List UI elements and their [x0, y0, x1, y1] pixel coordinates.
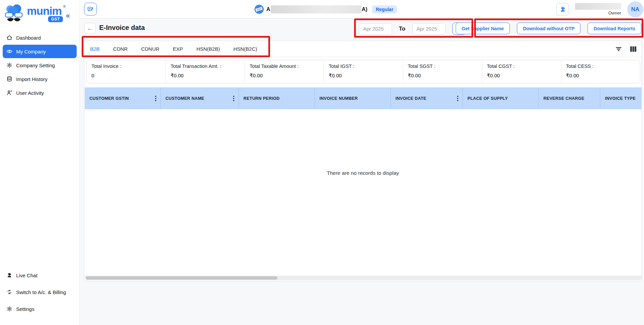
summary-total-igst: Total IGST : ₹0.00: [324, 60, 403, 83]
company-name: A A): [266, 5, 367, 13]
avatar[interactable]: NA: [627, 1, 643, 17]
gst-type-badge: Regular: [372, 5, 397, 13]
sidebar-item-import-history[interactable]: Import History: [3, 72, 77, 86]
column-customer-name[interactable]: CUSTOMER NAME: [161, 87, 239, 109]
gst-product-badge: GST: [48, 16, 63, 22]
column-invoice-date[interactable]: INVOICE DATE: [391, 87, 463, 109]
tab-hsn-b2c[interactable]: HSN(B2C): [233, 41, 257, 57]
summary-total-sgst: Total SGST : ₹0.00: [403, 60, 482, 83]
sidebar-item-label: My Company: [16, 49, 46, 54]
swap-icon: [6, 289, 12, 295]
gear-icon: [6, 306, 12, 312]
redacted-company-name: [271, 5, 362, 13]
summary-total-cgst: Total CGST : ₹0.00: [482, 60, 561, 83]
get-supplier-name-button[interactable]: Get Supplier Name: [456, 23, 510, 34]
sidebar-item-switch-billing[interactable]: Switch to A/c. & Billing: [3, 285, 77, 299]
support-agent-icon: [559, 6, 566, 13]
brand-logo: munim ® GST «: [0, 0, 79, 26]
filter-icon[interactable]: [615, 46, 622, 52]
sidebar-collapse-icon[interactable]: «: [66, 12, 70, 19]
feedback-chat-button[interactable]: [84, 3, 97, 15]
topbar: GST A A) Regular Owner NA: [80, 0, 644, 18]
column-place-of-supply[interactable]: PLACE OF SUPPLY: [463, 87, 539, 109]
tab-cdnr[interactable]: CDNR: [113, 41, 127, 57]
user-info: Owner: [575, 3, 621, 15]
munim-cloud-mascot-icon: [3, 3, 26, 24]
download-reports-button[interactable]: Download Reports: [588, 23, 641, 34]
summary-total-cess: Total CESS : ₹0.00: [561, 60, 640, 83]
tab-b2b[interactable]: B2B: [90, 41, 100, 57]
tabs: B2B CDNR CDNUR EXP HSN(B2B) HSN(B2C): [84, 41, 257, 57]
headset-icon: [6, 272, 12, 279]
date-from-input[interactable]: Apr 2025: [359, 23, 392, 35]
action-buttons: Get Supplier Name Download without OTP D…: [456, 23, 641, 34]
column-menu-icon[interactable]: [155, 95, 156, 101]
tab-cdnur[interactable]: CDNUR: [141, 41, 159, 57]
main-content: ← E-Invoice data Apr 2025 To Apr 2025 Ge…: [80, 18, 644, 325]
summary-total-transaction: Total Transaction Amt. : ₹0.00: [166, 60, 245, 83]
sidebar-item-label: Company Setting: [16, 63, 55, 68]
column-return-period[interactable]: RETURN PERIOD: [239, 87, 315, 109]
columns-icon[interactable]: [630, 46, 637, 52]
gear-icon: [6, 62, 12, 69]
topbar-right: Owner NA: [556, 0, 643, 18]
column-menu-icon[interactable]: [457, 95, 458, 101]
summary-total-invoice: Total Invoice : 0: [87, 60, 166, 83]
database-icon: [6, 76, 12, 82]
table-header-row: CUSTOMER GSTIN CUSTOMER NAME RETURN PERI…: [85, 87, 642, 109]
tab-bar: B2B CDNR CDNUR EXP HSN(B2B) HSN(B2C): [84, 41, 641, 57]
page-title: E-Invoice data: [99, 24, 145, 32]
user-role-label: Owner: [608, 10, 621, 15]
date-to-label: To: [399, 26, 406, 32]
column-reverse-charge[interactable]: REVERSE CHARGE: [539, 87, 600, 109]
column-invoice-type[interactable]: INVOICE TYPE: [600, 87, 642, 109]
eye-icon: [6, 48, 12, 55]
summary-strip: Total Invoice : 0 Total Transaction Amt.…: [86, 60, 640, 83]
sidebar-item-settings[interactable]: Settings: [3, 302, 77, 316]
sidebar-item-label: Switch to A/c. & Billing: [16, 289, 66, 295]
company-header: GST A A) Regular: [255, 0, 397, 18]
sidebar-item-label: User Activity: [16, 90, 44, 96]
chat-edit-icon: [87, 6, 94, 13]
sidebar-nav: Dashboard My Company Company Setting Imp…: [0, 31, 79, 99]
sidebar-item-company-setting[interactable]: Company Setting: [3, 58, 77, 72]
einvoice-card: B2B CDNR CDNUR EXP HSN(B2B) HSN(B2C): [84, 41, 642, 281]
sidebar-item-label: Import History: [16, 76, 47, 82]
home-icon: [6, 35, 12, 41]
tab-hsn-b2b[interactable]: HSN(B2B): [196, 41, 220, 57]
brand-wordmark: munim: [27, 5, 62, 16]
column-invoice-number[interactable]: INVOICE NUMBER: [315, 87, 391, 109]
back-button[interactable]: ←: [84, 23, 96, 34]
sidebar-item-user-activity[interactable]: User Activity: [3, 86, 77, 99]
sidebar-item-dashboard[interactable]: Dashboard: [3, 31, 77, 44]
scrollbar-thumb[interactable]: [86, 276, 277, 280]
sidebar-item-label: Live Chat: [16, 273, 37, 278]
sidebar-item-my-company[interactable]: My Company: [3, 45, 77, 58]
sidebar-item-label: Settings: [16, 306, 34, 312]
registered-mark: ®: [63, 5, 66, 8]
sidebar-bottom-nav: Live Chat Switch to A/c. & Billing Setti…: [0, 269, 79, 319]
date-to-input[interactable]: Apr 2025: [412, 23, 446, 35]
column-customer-gstin[interactable]: CUSTOMER GSTIN: [85, 87, 161, 109]
support-button[interactable]: [556, 3, 569, 16]
horizontal-scrollbar[interactable]: [85, 276, 641, 280]
gst-stamp-icon: GST: [255, 5, 264, 14]
column-menu-icon[interactable]: [233, 95, 234, 101]
table-tools: [615, 41, 641, 57]
download-without-otp-button[interactable]: Download without OTP: [517, 23, 580, 34]
summary-total-taxable: Total Taxable Amount : ₹0.00: [245, 60, 324, 83]
user-activity-icon: [6, 90, 12, 96]
redacted-user-name: [575, 3, 621, 10]
sidebar: munim ® GST « Dashboard My Company: [0, 0, 80, 325]
page-header: ← E-Invoice data Apr 2025 To Apr 2025 Ge…: [80, 18, 644, 37]
empty-state-message: There are no records to display: [84, 170, 641, 176]
munim-gst-app: munim ® GST « Dashboard My Company: [0, 0, 644, 325]
sidebar-item-live-chat[interactable]: Live Chat: [3, 269, 77, 282]
sidebar-item-label: Dashboard: [16, 35, 41, 41]
date-range-filter: Apr 2025 To Apr 2025: [359, 23, 466, 35]
tab-exp[interactable]: EXP: [173, 41, 183, 57]
